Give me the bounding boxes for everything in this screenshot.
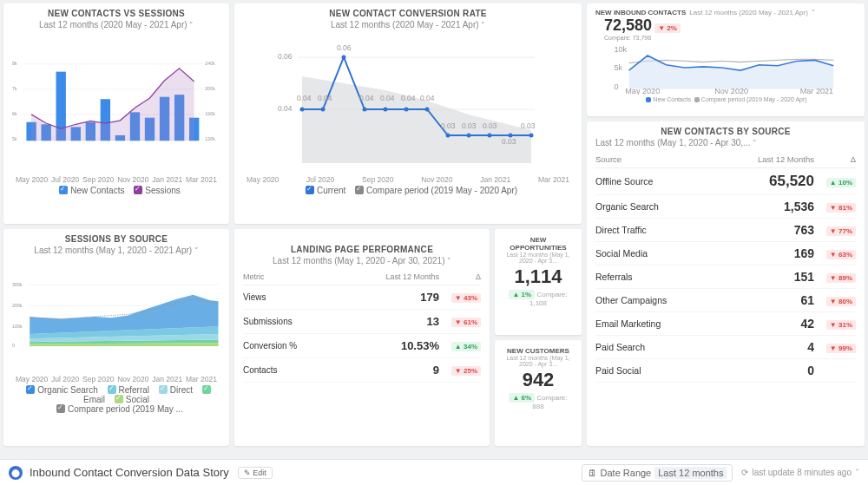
checkbox-icon[interactable] bbox=[56, 404, 65, 413]
delta-cell: ▼ 81% bbox=[814, 195, 856, 219]
table-row[interactable]: Direct Traffic763▼ 77% bbox=[595, 219, 856, 242]
date-label: Date Range bbox=[601, 468, 652, 478]
landing-table: Metric Last 12 Months Δ Views179▼ 43%Sub… bbox=[243, 269, 481, 383]
col-delta[interactable]: Δ bbox=[439, 269, 481, 285]
table-row[interactable]: Views179▼ 43% bbox=[243, 285, 481, 310]
delta-cell: ▼ 43% bbox=[439, 285, 481, 310]
value-cell: 42 bbox=[718, 312, 814, 336]
conversion-rate-card: NEW CONTACT CONVERSION RATE Last 12 mont… bbox=[234, 3, 582, 224]
contacts-sessions-chart: 8k7k6k5k 240k200k160k120k bbox=[12, 33, 220, 172]
value-cell: 169 bbox=[718, 242, 814, 265]
delta-cell: ▲ 34% bbox=[439, 334, 481, 358]
svg-text:10k: 10k bbox=[614, 45, 627, 54]
legend: Organic Search Referral Direct Email Soc… bbox=[12, 385, 220, 414]
source-cell: Email Marketing bbox=[595, 312, 718, 336]
value-cell: 10.53% bbox=[342, 334, 439, 358]
contacts-vs-sessions-card: NEW CONTACTS VS SESSIONS Last 12 months … bbox=[3, 3, 229, 224]
table-row[interactable]: Contacts9▼ 25% bbox=[243, 358, 481, 383]
svg-text:0.04: 0.04 bbox=[318, 94, 332, 102]
page-title: Inbound Contact Conversion Data Story bbox=[30, 466, 229, 479]
svg-text:240k: 240k bbox=[205, 61, 215, 66]
delta-badge: ▲ 1% bbox=[509, 290, 535, 299]
value-cell: 1,536 bbox=[718, 195, 814, 219]
col-metric[interactable]: Metric bbox=[243, 269, 342, 285]
checkbox-icon[interactable] bbox=[202, 385, 211, 394]
checkbox-icon[interactable] bbox=[59, 186, 68, 194]
metric-cell: Conversion % bbox=[243, 334, 342, 358]
value-cell: 0 bbox=[718, 359, 814, 383]
period-dropdown[interactable]: Last 12 months (May 1, 2020 - Apr 30, 20… bbox=[243, 256, 481, 265]
svg-text:Mar 2021: Mar 2021 bbox=[800, 87, 833, 95]
period-dropdown[interactable]: Last 12 months (May 1, 2020 - Apr 30,... bbox=[595, 138, 856, 147]
svg-text:5k: 5k bbox=[614, 63, 622, 72]
col-value[interactable]: Last 12 Months bbox=[718, 151, 814, 168]
table-row[interactable]: Other Campaigns61▼ 80% bbox=[595, 289, 856, 312]
last-updated[interactable]: ⟳ last update 8 minutes ago ˅ bbox=[741, 468, 859, 477]
svg-point-43 bbox=[488, 134, 492, 138]
chevron-down-icon[interactable]: ˅ bbox=[812, 9, 815, 16]
period-label: Last 12 months (2020 May - 2021 Apr) bbox=[689, 9, 808, 16]
compare-label: Compare: 73,798 bbox=[604, 35, 856, 41]
table-row[interactable]: Paid Search4▼ 99% bbox=[595, 336, 856, 359]
logo-icon[interactable]: ⬤ bbox=[9, 466, 23, 480]
checkbox-icon[interactable] bbox=[26, 385, 35, 394]
svg-point-40 bbox=[425, 108, 430, 112]
svg-text:0: 0 bbox=[614, 82, 618, 91]
date-range-button[interactable]: 🗓 Date Range Last 12 months bbox=[582, 464, 733, 482]
table-row[interactable]: Organic Search1,536▼ 81% bbox=[595, 195, 856, 219]
inbound-sparkline: 10k5k0 May 2020Nov 2020Mar 2021 bbox=[595, 43, 856, 95]
sessions-source-chart: 300k200k100k0 bbox=[12, 259, 220, 371]
svg-point-38 bbox=[384, 108, 388, 112]
table-row[interactable]: Submissions13▼ 61% bbox=[243, 310, 481, 334]
table-row[interactable]: Social Media169▼ 63% bbox=[595, 242, 856, 265]
checkbox-icon[interactable] bbox=[306, 186, 314, 194]
checkbox-icon[interactable] bbox=[115, 395, 123, 403]
svg-point-42 bbox=[467, 134, 471, 138]
table-row[interactable]: Offline Source65,520▲ 10% bbox=[595, 168, 856, 195]
svg-text:0.04: 0.04 bbox=[297, 94, 312, 102]
edit-button[interactable]: ✎ Edit bbox=[238, 467, 273, 479]
table-row[interactable]: Conversion %10.53%▲ 34% bbox=[243, 334, 481, 358]
period-dropdown[interactable]: Last 12 months (2020 May - 2021 Apr) bbox=[243, 20, 573, 29]
table-row[interactable]: Referrals151▼ 89% bbox=[595, 265, 856, 289]
svg-text:100k: 100k bbox=[12, 324, 23, 329]
stat-period: Last 12 months (May 1, 2020 - Apr 3... bbox=[503, 252, 573, 264]
svg-point-36 bbox=[342, 56, 346, 60]
svg-text:May 2020: May 2020 bbox=[625, 87, 660, 95]
svg-point-34 bbox=[300, 108, 305, 112]
new-opportunities-card: NEW OPPORTUNITIES Last 12 months (May 1,… bbox=[495, 229, 582, 335]
col-value[interactable]: Last 12 Months bbox=[342, 269, 439, 285]
checkbox-icon[interactable] bbox=[134, 186, 142, 194]
source-cell: Offline Source bbox=[595, 168, 718, 195]
delta-cell bbox=[814, 359, 856, 383]
new-customers-card: NEW CUSTOMERS Last 12 months (May 1, 202… bbox=[495, 340, 582, 446]
sources-table: Source Last 12 Months Δ Offline Source65… bbox=[595, 151, 856, 383]
svg-text:0.04: 0.04 bbox=[278, 104, 293, 113]
checkbox-icon[interactable] bbox=[355, 186, 364, 194]
value-cell: 61 bbox=[718, 289, 814, 312]
delta-cell: ▼ 25% bbox=[439, 358, 481, 383]
table-row[interactable]: Paid Social0 bbox=[595, 359, 856, 383]
svg-text:0.03: 0.03 bbox=[521, 121, 536, 130]
metric-cell: Submissions bbox=[243, 310, 342, 334]
bottom-bar: ⬤ Inbound Contact Conversion Data Story … bbox=[0, 459, 868, 485]
delta-cell: ▼ 77% bbox=[814, 219, 856, 242]
svg-point-41 bbox=[446, 134, 450, 138]
period-dropdown[interactable]: Last 12 months (May 1, 2020 - 2021 Apr) bbox=[12, 246, 220, 255]
delta-cell: ▼ 99% bbox=[814, 336, 856, 359]
col-delta[interactable]: Δ bbox=[814, 151, 856, 168]
delta-cell: ▼ 61% bbox=[439, 310, 481, 334]
value-cell: 179 bbox=[342, 285, 439, 310]
delta-cell: ▼ 31% bbox=[814, 312, 856, 336]
svg-text:0.03: 0.03 bbox=[441, 121, 456, 130]
period-dropdown[interactable]: Last 12 months (2020 May - 2021 Apr) bbox=[12, 20, 220, 29]
value-cell: 13 bbox=[342, 310, 439, 334]
svg-text:8k: 8k bbox=[12, 61, 17, 66]
col-source[interactable]: Source bbox=[595, 151, 718, 168]
svg-point-37 bbox=[363, 108, 367, 112]
checkbox-icon[interactable] bbox=[108, 385, 116, 394]
value-cell: 763 bbox=[718, 219, 814, 242]
table-row[interactable]: Email Marketing42▼ 31% bbox=[595, 312, 856, 336]
checkbox-icon[interactable] bbox=[159, 385, 168, 394]
metric-cell: Views bbox=[243, 285, 342, 310]
